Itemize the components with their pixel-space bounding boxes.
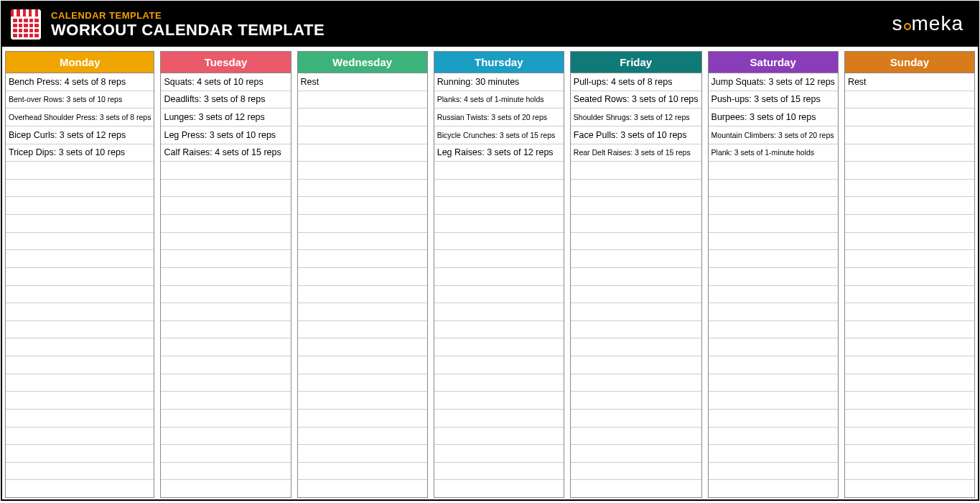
workout-cell[interactable] [6,303,154,321]
workout-cell[interactable] [709,286,838,304]
workout-cell[interactable] [161,250,290,268]
workout-cell[interactable] [434,268,564,286]
workout-cell[interactable] [161,215,290,233]
workout-cell[interactable] [161,374,290,392]
workout-cell[interactable] [571,180,701,198]
workout-cell[interactable] [6,286,154,304]
workout-cell[interactable] [709,250,838,268]
workout-cell[interactable] [298,356,427,374]
workout-cell[interactable] [845,463,974,481]
workout-cell[interactable] [6,250,154,268]
workout-cell[interactable] [161,286,290,304]
workout-cell[interactable] [6,392,154,410]
workout-cell[interactable] [571,338,701,356]
workout-cell[interactable] [434,374,564,392]
workout-cell[interactable] [845,250,974,268]
workout-cell[interactable] [6,162,154,180]
workout-cell[interactable] [709,321,838,339]
workout-cell[interactable] [845,303,974,321]
workout-cell[interactable] [298,180,427,198]
workout-cell[interactable] [161,321,290,339]
workout-cell[interactable] [298,144,427,162]
workout-cell[interactable] [571,374,701,392]
workout-cell[interactable]: Bicycle Crunches: 3 sets of 15 reps [434,126,564,144]
workout-cell[interactable] [6,197,154,215]
workout-cell[interactable] [571,445,701,463]
workout-cell[interactable] [845,356,974,374]
workout-cell[interactable] [161,268,290,286]
workout-cell[interactable] [845,215,974,233]
workout-cell[interactable] [298,410,427,428]
workout-cell[interactable] [845,268,974,286]
workout-cell[interactable]: Plank: 3 sets of 1-minute holds [709,144,838,162]
workout-cell[interactable]: Jump Squats: 3 sets of 12 reps [709,73,838,91]
workout-cell[interactable] [298,463,427,481]
workout-cell[interactable] [709,233,838,251]
workout-cell[interactable] [298,445,427,463]
workout-cell[interactable] [6,374,154,392]
workout-cell[interactable] [6,445,154,463]
workout-cell[interactable] [434,303,564,321]
workout-cell[interactable]: Bench Press: 4 sets of 8 reps [6,73,154,91]
workout-cell[interactable] [571,410,701,428]
workout-cell[interactable] [161,197,290,215]
workout-cell[interactable] [709,268,838,286]
workout-cell[interactable] [709,480,838,497]
workout-cell[interactable] [6,338,154,356]
workout-cell[interactable] [161,338,290,356]
workout-cell[interactable]: Lunges: 3 sets of 12 reps [161,109,290,126]
workout-cell[interactable] [6,410,154,428]
workout-cell[interactable] [845,197,974,215]
workout-cell[interactable]: Push-ups: 3 sets of 15 reps [709,91,838,109]
workout-cell[interactable] [845,374,974,392]
workout-cell[interactable] [434,215,564,233]
workout-cell[interactable] [6,233,154,251]
workout-cell[interactable] [434,321,564,339]
workout-cell[interactable] [434,197,564,215]
workout-cell[interactable]: Pull-ups: 4 sets of 8 reps [571,73,701,91]
workout-cell[interactable] [161,303,290,321]
workout-cell[interactable] [298,233,427,251]
workout-cell[interactable] [298,215,427,233]
workout-cell[interactable] [709,338,838,356]
workout-cell[interactable] [298,303,427,321]
workout-cell[interactable] [571,250,701,268]
workout-cell[interactable] [161,410,290,428]
workout-cell[interactable] [845,392,974,410]
workout-cell[interactable] [434,480,564,497]
workout-cell[interactable] [709,410,838,428]
workout-cell[interactable] [845,321,974,339]
workout-cell[interactable] [161,356,290,374]
workout-cell[interactable] [571,233,701,251]
workout-cell[interactable] [161,463,290,481]
workout-cell[interactable]: Russian Twists: 3 sets of 20 reps [434,109,564,126]
workout-cell[interactable] [434,250,564,268]
workout-cell[interactable] [845,180,974,198]
workout-cell[interactable] [6,268,154,286]
workout-cell[interactable] [161,162,290,180]
workout-cell[interactable]: Squats: 4 sets of 10 reps [161,73,290,91]
workout-cell[interactable] [845,428,974,446]
workout-cell[interactable] [571,162,701,180]
workout-cell[interactable] [434,410,564,428]
workout-cell[interactable] [6,215,154,233]
workout-cell[interactable] [571,215,701,233]
workout-cell[interactable]: Tricep Dips: 3 sets of 10 reps [6,144,154,162]
workout-cell[interactable]: Calf Raises: 4 sets of 15 reps [161,144,290,162]
workout-cell[interactable] [6,463,154,481]
workout-cell[interactable] [709,303,838,321]
workout-cell[interactable] [434,392,564,410]
workout-cell[interactable] [434,356,564,374]
workout-cell[interactable]: Seated Rows: 3 sets of 10 reps [571,91,701,109]
workout-cell[interactable] [298,126,427,144]
workout-cell[interactable] [6,356,154,374]
workout-cell[interactable] [845,233,974,251]
workout-cell[interactable] [161,480,290,497]
workout-cell[interactable] [845,126,974,144]
workout-cell[interactable] [709,180,838,198]
workout-cell[interactable] [298,162,427,180]
workout-cell[interactable] [845,338,974,356]
workout-cell[interactable] [571,480,701,497]
workout-cell[interactable] [571,321,701,339]
workout-cell[interactable] [6,480,154,497]
